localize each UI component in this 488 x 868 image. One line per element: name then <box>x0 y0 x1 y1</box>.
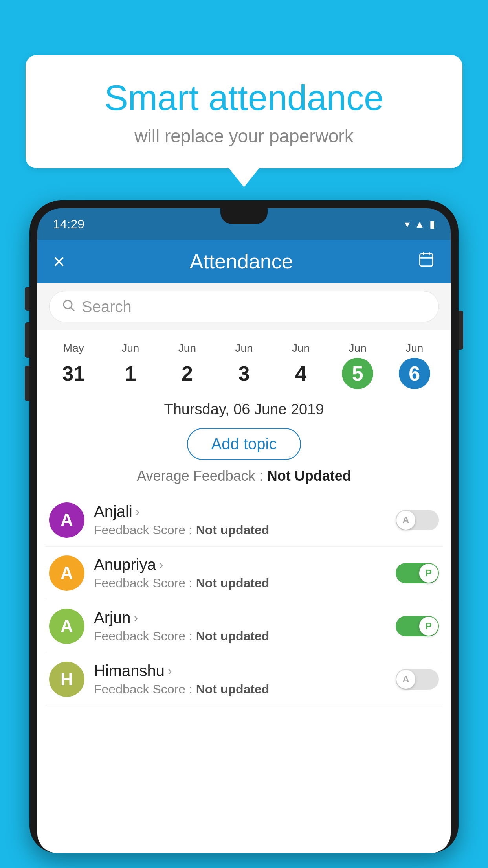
date-item[interactable]: Jun2 <box>159 338 216 393</box>
student-avatar: A <box>49 502 84 538</box>
attendance-toggle[interactable]: P <box>396 616 439 636</box>
search-bar[interactable]: Search <box>49 291 439 322</box>
toggle-knob: A <box>396 670 415 689</box>
phone-screen: × Attendance <box>37 240 451 853</box>
student-name: Arjun › <box>94 609 386 627</box>
date-item[interactable]: Jun6 <box>386 338 443 393</box>
chevron-icon: › <box>168 664 172 678</box>
speech-bubble: Smart attendance will replace your paper… <box>26 55 462 168</box>
header-title: Attendance <box>190 250 293 273</box>
student-item[interactable]: AAnupriya ›Feedback Score : Not updatedP <box>45 547 443 600</box>
student-feedback: Feedback Score : Not updated <box>94 523 386 537</box>
search-container: Search <box>37 283 451 330</box>
student-name: Anjali › <box>94 503 386 520</box>
student-name: Anupriya › <box>94 556 386 574</box>
student-item[interactable]: HHimanshu ›Feedback Score : Not updatedA <box>45 653 443 706</box>
student-info: Anjali ›Feedback Score : Not updated <box>94 503 386 537</box>
battery-icon: ▮ <box>429 218 435 230</box>
wifi-icon: ▾ <box>405 218 410 230</box>
toggle-knob: P <box>419 564 438 583</box>
student-info: Arjun ›Feedback Score : Not updated <box>94 609 386 644</box>
student-feedback: Feedback Score : Not updated <box>94 682 386 697</box>
student-feedback: Feedback Score : Not updated <box>94 629 386 644</box>
date-day[interactable]: 2 <box>171 358 203 389</box>
student-item[interactable]: AAnjali ›Feedback Score : Not updatedA <box>45 494 443 547</box>
toggle-knob: P <box>419 617 438 636</box>
svg-point-4 <box>64 300 72 309</box>
date-month: May <box>47 342 100 355</box>
date-month: Jun <box>274 342 327 355</box>
search-placeholder: Search <box>82 298 132 316</box>
selected-date: Thursday, 06 June 2019 <box>37 397 451 424</box>
signal-icon: ▲ <box>415 218 425 230</box>
volume-down-button <box>25 366 29 401</box>
volume-up-button <box>25 322 29 358</box>
toggle-container: A <box>396 669 439 690</box>
attendance-toggle[interactable]: P <box>396 563 439 583</box>
power-button <box>459 311 463 350</box>
toggle-container: P <box>396 563 439 583</box>
student-feedback: Feedback Score : Not updated <box>94 576 386 590</box>
notch <box>220 208 268 224</box>
avg-feedback-label: Average Feedback : <box>137 468 267 484</box>
date-month: Jun <box>104 342 157 355</box>
close-button[interactable]: × <box>53 250 65 273</box>
add-topic-container: Add topic <box>37 424 451 468</box>
student-avatar: H <box>49 662 84 697</box>
attendance-toggle[interactable]: A <box>396 669 439 690</box>
date-item[interactable]: Jun4 <box>272 338 329 393</box>
date-day[interactable]: 5 <box>342 358 373 389</box>
svg-rect-0 <box>420 254 433 266</box>
avg-feedback: Average Feedback : Not Updated <box>37 468 451 494</box>
chevron-icon: › <box>136 504 140 519</box>
date-item[interactable]: May31 <box>45 338 102 393</box>
speech-bubble-subtitle: will replace your paperwork <box>49 125 439 147</box>
calendar-icon[interactable] <box>418 251 435 272</box>
student-info: Anupriya ›Feedback Score : Not updated <box>94 556 386 590</box>
date-item[interactable]: Jun5 <box>329 338 386 393</box>
attendance-toggle[interactable]: A <box>396 510 439 530</box>
date-month: Jun <box>331 342 384 355</box>
student-avatar: A <box>49 609 84 644</box>
date-day[interactable]: 1 <box>115 358 146 389</box>
toggle-container: P <box>396 616 439 636</box>
student-list: AAnjali ›Feedback Score : Not updatedAAA… <box>37 494 451 706</box>
date-day[interactable]: 31 <box>58 358 89 389</box>
toggle-container: A <box>396 510 439 530</box>
search-icon <box>61 298 75 316</box>
date-month: Jun <box>388 342 441 355</box>
date-month: Jun <box>161 342 214 355</box>
date-day[interactable]: 3 <box>228 358 260 389</box>
chevron-icon: › <box>159 557 163 572</box>
chevron-icon: › <box>134 611 138 625</box>
date-day[interactable]: 4 <box>285 358 317 389</box>
speech-bubble-container: Smart attendance will replace your paper… <box>26 55 462 168</box>
student-avatar: A <box>49 555 84 591</box>
phone-container: 14:29 ▾ ▲ ▮ × Attendance <box>29 200 459 868</box>
toggle-knob: A <box>396 511 415 530</box>
app-header: × Attendance <box>37 240 451 283</box>
student-name: Himanshu › <box>94 662 386 680</box>
date-day[interactable]: 6 <box>399 358 430 389</box>
svg-line-5 <box>71 307 74 311</box>
date-item[interactable]: Jun1 <box>102 338 159 393</box>
date-month: Jun <box>218 342 271 355</box>
avg-feedback-value: Not Updated <box>267 468 351 484</box>
date-strip: May31Jun1Jun2Jun3Jun4Jun5Jun6 <box>37 330 451 397</box>
add-topic-button[interactable]: Add topic <box>187 428 301 460</box>
mute-button <box>25 287 29 311</box>
phone-frame: 14:29 ▾ ▲ ▮ × Attendance <box>29 200 459 853</box>
status-bar: 14:29 ▾ ▲ ▮ <box>37 208 451 240</box>
date-item[interactable]: Jun3 <box>216 338 273 393</box>
student-info: Himanshu ›Feedback Score : Not updated <box>94 662 386 697</box>
status-time: 14:29 <box>53 217 84 232</box>
status-icons: ▾ ▲ ▮ <box>405 218 435 230</box>
student-item[interactable]: AArjun ›Feedback Score : Not updatedP <box>45 600 443 653</box>
speech-bubble-title: Smart attendance <box>49 79 439 118</box>
